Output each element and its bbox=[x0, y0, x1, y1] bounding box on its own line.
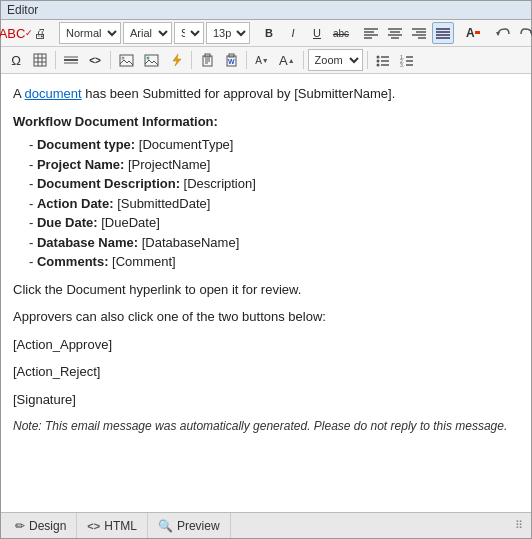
divider-6 bbox=[55, 51, 56, 69]
preview-icon: 🔍 bbox=[158, 519, 173, 533]
svg-marker-30 bbox=[173, 54, 181, 66]
undo-button[interactable] bbox=[492, 22, 514, 44]
svg-rect-28 bbox=[145, 55, 158, 66]
font-select[interactable]: Arial bbox=[123, 22, 172, 44]
list-item: - Comments: [Comment] bbox=[29, 252, 519, 272]
image2-icon bbox=[144, 54, 159, 67]
design-icon: ✏ bbox=[15, 519, 25, 533]
editor-window: Editor ABC✓ 🖨 Normal Arial Si... 13px B bbox=[0, 0, 532, 539]
tab-html-label: HTML bbox=[104, 519, 137, 533]
font-color-button[interactable]: A bbox=[462, 22, 484, 44]
list-item: - Database Name: [DatabaseName] bbox=[29, 233, 519, 253]
italic-button[interactable]: I bbox=[282, 22, 304, 44]
table-icon bbox=[33, 53, 47, 67]
tab-resize-handle: ⠿ bbox=[511, 519, 527, 532]
approvers-paragraph: Approvers can also click one of the two … bbox=[13, 307, 519, 327]
tab-design-label: Design bbox=[29, 519, 66, 533]
tab-design[interactable]: ✏ Design bbox=[5, 513, 77, 538]
table-button[interactable] bbox=[29, 49, 51, 71]
spellcheck-button[interactable]: ABC✓ bbox=[5, 22, 27, 44]
editor-content[interactable]: A document has been Submitted for approv… bbox=[1, 74, 531, 512]
toolbar-row-2: Ω <> bbox=[1, 47, 531, 74]
svg-rect-26 bbox=[120, 55, 133, 66]
horizontal-rule-button[interactable] bbox=[60, 49, 82, 71]
workflow-fields: - Document type: [DocumentType] - Projec… bbox=[29, 135, 519, 272]
undo-icon bbox=[496, 27, 510, 40]
font-color-indicator bbox=[475, 31, 480, 34]
action-reject: [Action_Reject] bbox=[13, 362, 519, 382]
redo-icon bbox=[520, 27, 532, 40]
divider-11 bbox=[367, 51, 368, 69]
paste-word-icon: W bbox=[225, 53, 238, 67]
svg-marker-16 bbox=[496, 32, 500, 36]
align-right-button[interactable] bbox=[408, 22, 430, 44]
align-left-icon bbox=[364, 27, 378, 39]
svg-rect-18 bbox=[34, 54, 46, 66]
tab-bar: ✏ Design <> HTML 🔍 Preview ⠿ bbox=[1, 512, 531, 538]
insert-image-button[interactable] bbox=[115, 49, 138, 71]
bold-button[interactable]: B bbox=[258, 22, 280, 44]
paste-text-icon bbox=[201, 53, 214, 67]
ul-icon bbox=[376, 54, 390, 67]
workflow-title: Workflow Document Information: bbox=[13, 112, 519, 132]
review-paragraph: Click the Document hyperlink to open it … bbox=[13, 280, 519, 300]
list-item: - Due Date: [DueDate] bbox=[29, 213, 519, 233]
list-item: - Document Description: [Description] bbox=[29, 174, 519, 194]
divider-7 bbox=[110, 51, 111, 69]
signature: [Signature] bbox=[13, 390, 519, 410]
list-item: - Document type: [DocumentType] bbox=[29, 135, 519, 155]
svg-point-39 bbox=[376, 55, 379, 58]
window-title: Editor bbox=[7, 3, 38, 17]
image-icon bbox=[119, 54, 134, 67]
zoom-select[interactable]: Zoom bbox=[308, 49, 363, 71]
tab-preview[interactable]: 🔍 Preview bbox=[148, 513, 231, 538]
insert-image2-button[interactable] bbox=[140, 49, 163, 71]
divider-9 bbox=[246, 51, 247, 69]
intro-paragraph: A document has been Submitted for approv… bbox=[13, 84, 519, 104]
svg-text:W: W bbox=[228, 58, 235, 65]
special-char-button[interactable]: Ω bbox=[5, 49, 27, 71]
font-size-select[interactable]: 13px bbox=[206, 22, 250, 44]
flash-icon bbox=[170, 53, 183, 67]
html-icon: <> bbox=[87, 520, 100, 532]
svg-text:3.: 3. bbox=[400, 62, 404, 67]
ol-icon: 1. 2. 3. bbox=[400, 54, 414, 67]
svg-point-41 bbox=[376, 63, 379, 66]
divider-8 bbox=[191, 51, 192, 69]
action-approve: [Action_Approve] bbox=[13, 335, 519, 355]
decrease-size-button[interactable]: A▼ bbox=[251, 49, 273, 71]
editor-title: Editor bbox=[1, 1, 531, 20]
svg-point-40 bbox=[376, 59, 379, 62]
style-select[interactable]: Normal bbox=[59, 22, 121, 44]
svg-point-27 bbox=[122, 56, 125, 59]
paste-text-button[interactable] bbox=[196, 49, 218, 71]
tab-html[interactable]: <> HTML bbox=[77, 513, 148, 538]
font-size-label[interactable]: Si... bbox=[174, 22, 204, 44]
hr-icon bbox=[64, 53, 78, 67]
align-center-icon bbox=[388, 27, 402, 39]
increase-size-button[interactable]: A▲ bbox=[275, 49, 299, 71]
divider-10 bbox=[303, 51, 304, 69]
align-justify-button[interactable] bbox=[432, 22, 454, 44]
redo-button[interactable] bbox=[516, 22, 532, 44]
paste-word-button[interactable]: W bbox=[220, 49, 242, 71]
list-item: - Project Name: [ProjectName] bbox=[29, 155, 519, 175]
svg-point-29 bbox=[147, 56, 150, 59]
align-justify-icon bbox=[436, 27, 450, 39]
underline-button[interactable]: U bbox=[306, 22, 328, 44]
align-center-button[interactable] bbox=[384, 22, 406, 44]
list-item: - Action Date: [SubmittedDate] bbox=[29, 194, 519, 214]
ordered-list-button[interactable]: 1. 2. 3. bbox=[396, 49, 418, 71]
align-right-icon bbox=[412, 27, 426, 39]
document-link[interactable]: document bbox=[25, 86, 82, 101]
tab-preview-label: Preview bbox=[177, 519, 220, 533]
align-left-button[interactable] bbox=[360, 22, 382, 44]
source-button[interactable]: <> bbox=[84, 49, 106, 71]
flash-button[interactable] bbox=[165, 49, 187, 71]
unordered-list-button[interactable] bbox=[372, 49, 394, 71]
note-text: Note: This email message was automatical… bbox=[13, 417, 519, 435]
print-button[interactable]: 🖨 bbox=[29, 22, 51, 44]
toolbar-row-1: ABC✓ 🖨 Normal Arial Si... 13px B I bbox=[1, 20, 531, 47]
strikethrough-button[interactable]: abc bbox=[330, 22, 352, 44]
